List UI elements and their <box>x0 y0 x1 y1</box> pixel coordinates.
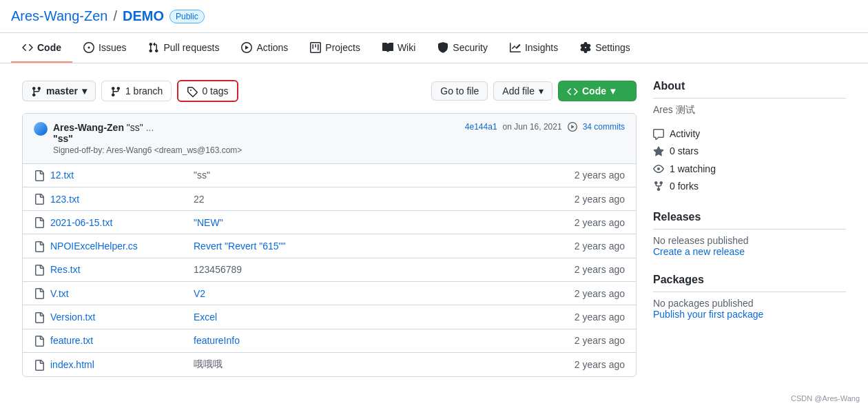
star-icon <box>653 145 664 157</box>
table-row: Res.txt 123456789 2 years ago <box>23 258 636 282</box>
file-toolbar: master ▾ 1 branch 0 tags Go to file <box>22 80 637 101</box>
commit-info: Ares-Wang-Zen "ss" ... "ss" Signed-off-b… <box>53 122 459 155</box>
tab-issues[interactable]: Issues <box>72 33 137 63</box>
tab-issues-label: Issues <box>99 42 126 53</box>
table-row: index.html 哦哦哦 2 years ago <box>23 353 636 376</box>
table-row: 12.txt "ss" 2 years ago <box>23 164 636 187</box>
about-title: About <box>653 80 846 99</box>
commit-hash-link[interactable]: 4e144a1 <box>465 122 497 132</box>
tab-projects-label: Projects <box>325 42 360 53</box>
file-icon <box>34 193 45 205</box>
code-label: Code <box>582 85 606 96</box>
tab-settings[interactable]: Settings <box>569 33 641 63</box>
file-time: 2 years ago <box>575 359 625 370</box>
file-time: 2 years ago <box>575 264 625 275</box>
file-table: Ares-Wang-Zen "ss" ... "ss" Signed-off-b… <box>22 113 637 377</box>
file-time: 2 years ago <box>575 335 625 346</box>
repo-title-area: Ares-Wang-Zen / DEMO Public <box>11 0 205 32</box>
file-commit-msg: 哦哦哦 <box>194 358 569 371</box>
commits-count-link[interactable]: 34 commits <box>583 122 625 132</box>
table-row: 123.txt 22 2 years ago <box>23 187 636 211</box>
file-time: 2 years ago <box>575 194 625 205</box>
file-name-link[interactable]: index.html <box>50 359 188 370</box>
tab-security[interactable]: Security <box>426 33 499 63</box>
repo-name-link[interactable]: DEMO <box>123 8 164 24</box>
file-name-link[interactable]: 123.txt <box>50 194 188 205</box>
code-dot-indicator <box>622 88 628 94</box>
file-commit-msg: 123456789 <box>194 264 569 275</box>
file-name-link[interactable]: feature.txt <box>50 335 188 346</box>
add-file-button[interactable]: Add file ▾ <box>493 81 552 101</box>
tab-code[interactable]: Code <box>11 33 72 63</box>
sidebar: About Ares 测试 Activity 0 stars 1 watchin… <box>653 80 846 377</box>
create-release-link[interactable]: Create a new release <box>653 246 745 257</box>
branch-name: master <box>46 85 78 96</box>
commit-date: on Jun 16, 2021 <box>503 122 562 132</box>
file-icon <box>34 264 45 276</box>
tags-button[interactable]: 0 tags <box>177 80 238 101</box>
file-time: 2 years ago <box>575 170 625 181</box>
repo-owner-link[interactable]: Ares-Wang-Zen <box>11 8 107 24</box>
tab-actions[interactable]: Actions <box>230 33 299 63</box>
tab-pull-requests[interactable]: Pull requests <box>137 33 230 63</box>
forks-link[interactable]: 0 forks <box>670 181 699 192</box>
file-commit-msg: featureInfo <box>194 335 569 346</box>
stars-stat[interactable]: 0 stars <box>653 143 846 160</box>
commit-row: Ares-Wang-Zen "ss" ... "ss" Signed-off-b… <box>23 114 636 164</box>
releases-section: Releases No releases published Create a … <box>653 211 846 257</box>
watching-link[interactable]: 1 watching <box>670 163 716 174</box>
file-commit-msg: V2 <box>194 288 569 299</box>
commit-author[interactable]: Ares-Wang-Zen <box>53 122 124 133</box>
file-commit-msg: 22 <box>194 194 569 205</box>
file-name-link[interactable]: Version.txt <box>50 312 188 323</box>
branch-count-icon <box>110 85 121 96</box>
file-name-link[interactable]: Res.txt <box>50 264 188 275</box>
publish-package-link[interactable]: Publish your first package <box>653 309 763 320</box>
add-file-caret-icon: ▾ <box>539 85 544 96</box>
commit-message-line: "ss" <box>53 133 459 144</box>
repo-visibility-badge: Public <box>169 10 205 23</box>
wiki-icon <box>382 41 393 53</box>
file-name-link[interactable]: V.txt <box>50 288 188 299</box>
file-rows: 12.txt "ss" 2 years ago 123.txt 22 2 yea… <box>23 164 636 376</box>
file-icon <box>34 335 45 347</box>
file-commit-msg: "NEW" <box>194 217 569 228</box>
repo-header: Ares-Wang-Zen / DEMO Public <box>0 0 868 33</box>
activity-stat[interactable]: Activity <box>653 125 846 142</box>
tab-projects[interactable]: Projects <box>299 33 371 63</box>
tab-insights[interactable]: Insights <box>499 33 569 63</box>
file-name-link[interactable]: 2021-06-15.txt <box>50 217 188 228</box>
tab-wiki[interactable]: Wiki <box>371 33 426 63</box>
file-name-link[interactable]: NPOIExcelHelper.cs <box>50 241 188 252</box>
file-icon <box>34 240 45 252</box>
file-icon <box>34 311 45 323</box>
settings-icon <box>580 41 591 53</box>
table-row: feature.txt featureInfo 2 years ago <box>23 329 636 353</box>
file-name-link[interactable]: 12.txt <box>50 170 188 181</box>
forks-stat[interactable]: 0 forks <box>653 177 846 194</box>
commit-signed: Signed-off-by: Ares-Wang6 <dream_ws@163.… <box>53 145 459 155</box>
commit-more[interactable]: ... <box>146 122 154 133</box>
activity-link[interactable]: Activity <box>670 128 700 139</box>
branch-count: 1 branch <box>125 85 163 96</box>
goto-file-button[interactable]: Go to file <box>431 81 488 101</box>
branch-selector[interactable]: master ▾ <box>22 81 96 101</box>
branches-button[interactable]: 1 branch <box>101 81 172 101</box>
file-icon <box>34 216 45 228</box>
fork-icon <box>653 180 664 192</box>
projects-icon <box>310 41 321 53</box>
tab-security-label: Security <box>453 42 488 53</box>
branch-icon <box>31 85 42 96</box>
commit-avatar <box>34 122 48 136</box>
main-container: master ▾ 1 branch 0 tags Go to file <box>0 63 868 394</box>
table-row: Version.txt Excel 2 years ago <box>23 305 636 329</box>
stars-link[interactable]: 0 stars <box>670 145 699 156</box>
commit-meta: 4e144a1 on Jun 16, 2021 34 commits <box>465 122 625 132</box>
table-row: V.txt V2 2 years ago <box>23 282 636 305</box>
code-button[interactable]: Code ▾ <box>558 81 637 101</box>
branch-caret-icon: ▾ <box>82 85 87 96</box>
tab-insights-label: Insights <box>525 42 558 53</box>
clock-icon <box>568 122 577 132</box>
code-diamond-icon <box>567 85 578 96</box>
watching-stat[interactable]: 1 watching <box>653 160 846 177</box>
